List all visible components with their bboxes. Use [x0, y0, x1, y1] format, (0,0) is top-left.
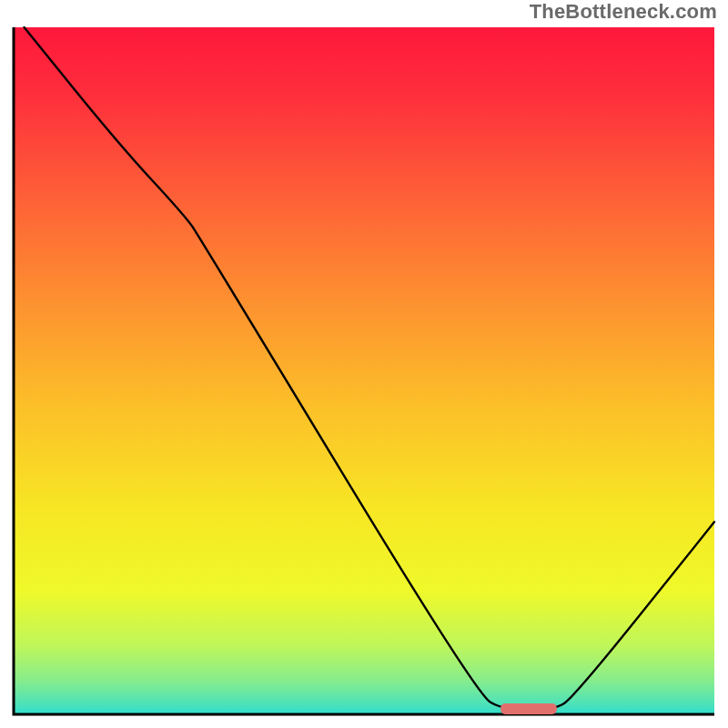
- watermark-text: TheBottleneck.com: [530, 0, 717, 24]
- bottleneck-chart: [0, 0, 728, 728]
- plot-background: [14, 27, 714, 714]
- optimal-region-marker: [500, 703, 557, 714]
- chart-container: TheBottleneck.com: [0, 0, 728, 728]
